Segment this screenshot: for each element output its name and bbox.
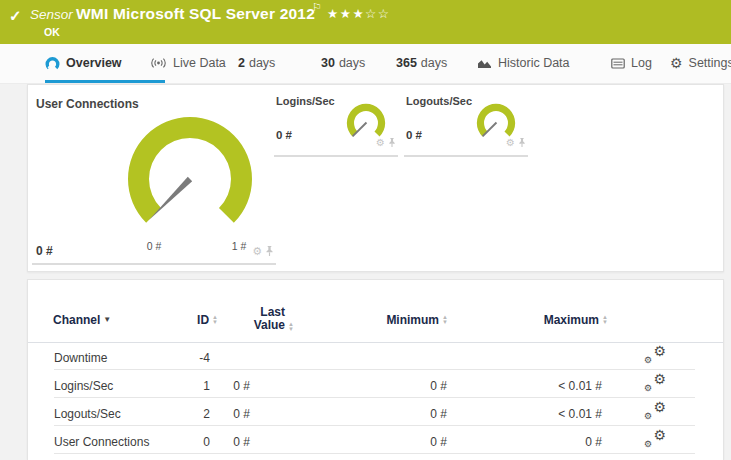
gauge-corner-icons: ⚙ bbox=[376, 137, 396, 148]
row-divider bbox=[54, 453, 695, 454]
area-chart-icon bbox=[477, 58, 492, 69]
logins-gauge-cell: Logins/Sec 0 # ⚙ bbox=[274, 93, 398, 157]
tab-365-days[interactable]: 365 days bbox=[396, 44, 447, 82]
gauge-settings-gear-icon[interactable]: ⚙ bbox=[252, 246, 262, 257]
primary-gauge-value: 0 # bbox=[36, 244, 53, 258]
gauge-scale-min: 0 # bbox=[132, 240, 176, 252]
table-row: Logins/Sec 1 0 # 0 # < 0.01 # ⚙ ⚙ bbox=[28, 370, 723, 398]
sensor-title: WMI Microsoft SQL Server 2012 bbox=[76, 5, 315, 23]
sort-icon: ▲▼ bbox=[288, 322, 294, 331]
tab-365-days-number: 365 bbox=[396, 56, 417, 70]
channel-name: Downtime bbox=[54, 351, 107, 365]
col-header-maximum[interactable]: Maximum ▲▼ bbox=[508, 313, 608, 327]
tab-log-label: Log bbox=[631, 56, 652, 70]
tab-log[interactable]: Log bbox=[611, 44, 652, 82]
col-header-minimum[interactable]: Minimum ▲▼ bbox=[348, 313, 448, 327]
tab-365-days-label: days bbox=[421, 56, 447, 70]
sort-icon: ▲▼ bbox=[602, 315, 608, 324]
cell-divider bbox=[32, 263, 276, 265]
gauge-icon bbox=[45, 57, 60, 70]
cell-divider bbox=[404, 155, 528, 157]
col-header-maximum-label: Maximum bbox=[544, 313, 599, 327]
tab-30-days-label: days bbox=[339, 56, 365, 70]
channel-minimum: 0 # bbox=[387, 379, 447, 393]
logins-gauge-title: Logins/Sec bbox=[276, 95, 335, 107]
channel-minimum: 0 # bbox=[387, 407, 447, 421]
status-ok-check-icon: ✓ bbox=[9, 7, 22, 25]
tab-historic-data-label: Historic Data bbox=[498, 56, 570, 70]
channel-settings-gears-icon[interactable]: ⚙ ⚙ bbox=[644, 373, 666, 393]
gauge-corner-icons: ⚙ bbox=[252, 245, 274, 257]
channels-table-panel: Channel ▼ ID ▲▼ Last Value ▲▼ Minimum ▲▼… bbox=[27, 279, 724, 460]
channel-maximum: < 0.01 # bbox=[522, 407, 602, 421]
col-header-id-label: ID bbox=[197, 313, 209, 327]
pin-icon[interactable] bbox=[388, 137, 396, 148]
logouts-gauge-cell: Logouts/Sec 0 # ⚙ bbox=[404, 93, 528, 157]
logins-gauge-value: 0 # bbox=[276, 129, 292, 141]
sort-desc-icon: ▼ bbox=[103, 315, 111, 324]
col-header-channel-label: Channel bbox=[53, 313, 100, 327]
col-header-last-value[interactable]: Last Value ▲▼ bbox=[232, 306, 294, 332]
flag-icon[interactable]: ⚐ bbox=[312, 1, 322, 14]
tab-live-data[interactable]: Live Data bbox=[150, 44, 226, 82]
table-row: Logouts/Sec 2 0 # 0 # < 0.01 # ⚙ ⚙ bbox=[28, 398, 723, 426]
pin-icon[interactable] bbox=[518, 137, 526, 148]
tab-2-days-number: 2 bbox=[238, 56, 245, 70]
col-header-last-value-label: Last Value bbox=[232, 306, 285, 332]
sensor-header-bar: ✓ Sensor WMI Microsoft SQL Server 2012 ⚐… bbox=[0, 0, 731, 44]
channel-id: -4 bbox=[150, 351, 210, 365]
channel-last-value: 0 # bbox=[190, 379, 250, 393]
active-tab-underline bbox=[45, 80, 165, 83]
user-connections-gauge bbox=[110, 101, 270, 251]
log-list-icon bbox=[611, 58, 625, 69]
pin-icon[interactable] bbox=[265, 245, 274, 257]
live-data-icon bbox=[150, 57, 167, 69]
tab-bar: Overview Live Data 2 days 30 days 365 da… bbox=[0, 44, 731, 84]
tab-30-days-number: 30 bbox=[321, 56, 335, 70]
col-header-minimum-label: Minimum bbox=[386, 313, 439, 327]
priority-stars[interactable]: ★★★☆☆ bbox=[327, 6, 391, 21]
tab-historic-data[interactable]: Historic Data bbox=[477, 44, 570, 82]
channel-name: User Connections bbox=[54, 435, 149, 449]
tab-2-days-label: days bbox=[249, 56, 275, 70]
gauge-settings-gear-icon[interactable]: ⚙ bbox=[376, 138, 385, 148]
channel-settings-gears-icon[interactable]: ⚙ ⚙ bbox=[644, 401, 666, 421]
sensor-kind-label: Sensor bbox=[30, 7, 73, 22]
tab-overview-label: Overview bbox=[66, 56, 122, 70]
gauges-panel: User Connections 0 # 1 # 0 # ⚙ Logins/Se… bbox=[27, 84, 724, 272]
table-row: Downtime -4 ⚙ ⚙ bbox=[28, 342, 723, 370]
col-header-channel[interactable]: Channel ▼ bbox=[53, 313, 111, 327]
sensor-status-text: OK bbox=[44, 26, 60, 38]
gear-icon: ⚙ bbox=[670, 56, 683, 70]
cell-divider bbox=[274, 155, 398, 157]
col-header-id[interactable]: ID ▲▼ bbox=[158, 313, 218, 327]
channel-maximum: < 0.01 # bbox=[522, 379, 602, 393]
channel-last-value: 0 # bbox=[190, 407, 250, 421]
primary-gauge-cell: User Connections 0 # 1 # 0 # ⚙ bbox=[32, 93, 280, 259]
channel-settings-gears-icon[interactable]: ⚙ ⚙ bbox=[644, 345, 666, 365]
channel-maximum: 0 # bbox=[522, 435, 602, 449]
channel-name: Logouts/Sec bbox=[54, 407, 121, 421]
channel-minimum: 0 # bbox=[387, 435, 447, 449]
gauge-corner-icons: ⚙ bbox=[506, 137, 526, 148]
tab-settings[interactable]: ⚙ Settings bbox=[670, 44, 731, 82]
channel-name: Logins/Sec bbox=[54, 379, 113, 393]
channel-settings-gears-icon[interactable]: ⚙ ⚙ bbox=[644, 429, 666, 449]
sort-icon: ▲▼ bbox=[442, 315, 448, 324]
tab-overview[interactable]: Overview bbox=[45, 44, 122, 82]
channel-last-value: 0 # bbox=[190, 435, 250, 449]
sort-icon: ▲▼ bbox=[212, 315, 218, 324]
table-row: User Connections 0 0 # 0 # 0 # ⚙ ⚙ bbox=[28, 426, 723, 454]
tab-live-data-label: Live Data bbox=[173, 56, 226, 70]
logouts-gauge-title: Logouts/Sec bbox=[406, 95, 472, 107]
tab-settings-label: Settings bbox=[689, 56, 731, 70]
tab-30-days[interactable]: 30 days bbox=[321, 44, 365, 82]
tab-2-days[interactable]: 2 days bbox=[238, 44, 275, 82]
logouts-gauge-value: 0 # bbox=[406, 129, 422, 141]
gauge-settings-gear-icon[interactable]: ⚙ bbox=[506, 138, 515, 148]
